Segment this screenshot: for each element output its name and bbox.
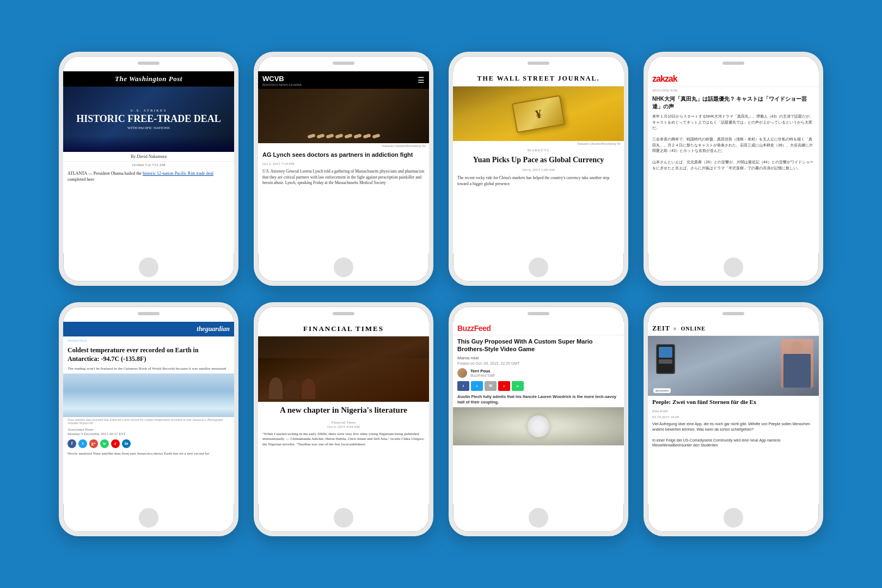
- zeit-body: Viel Aufregung über eine App, die es noc…: [648, 420, 819, 450]
- zak-logo-z2: z: [665, 74, 669, 83]
- phone-screen-wsj: THE WALL STREET JOURNAL. ¥ Tomasito Ghou…: [453, 71, 624, 253]
- pill-7: [363, 133, 371, 138]
- zak-logo-z1: z: [652, 74, 656, 83]
- phone-screen-buzzfeed: BuzzFeed This Guy Proposed With A Custom…: [453, 322, 624, 504]
- phone-screen-zeit: ZEIT ✕ ONLINE: [648, 322, 819, 504]
- phone-screen-zakzak: zakzak 2015/10/02 6:36 NHK大河「真田丸」は話題優先？ …: [648, 71, 819, 253]
- guardian-hero: [63, 373, 234, 417]
- wp-hero-text: U.S. STRIKES HISTORIC FREE-TRADE DEAL WI…: [74, 106, 223, 132]
- guardian-googleplus-icon[interactable]: g+: [89, 439, 98, 448]
- zeit-instagram-handle: @torsinrich: [653, 388, 671, 393]
- phones-grid: The Washington Post U.S. STRIKES HISTORI…: [37, 30, 845, 558]
- wcvb-meta: Oct 2, 2015 7:10 PM: [258, 161, 429, 167]
- zak-logo-k2: k: [673, 74, 677, 83]
- wsj-hero: ¥: [453, 87, 624, 141]
- wsj-yuan-note: ¥: [453, 87, 624, 141]
- zak-logo-red2: a: [669, 74, 673, 83]
- zak-header: zakzak: [648, 71, 819, 87]
- yuan-note: ¥: [512, 95, 565, 133]
- wcvb-photo-credit: Tomasito Ghoumi/Bloomberg Ne: [258, 143, 429, 149]
- guardian-date: Monday 9 December 2013 20:17 EST: [68, 432, 230, 436]
- guardian-footer-text: Newly analysed Nasa satellite data from …: [63, 450, 234, 458]
- phone-screen-ft: FINANCIAL TIMES A new chapter in Nigeria…: [258, 322, 429, 504]
- bf-logo: BuzzFeed: [457, 324, 620, 333]
- wp-link[interactable]: historic 12-nation Pacific Rim trade dea…: [143, 171, 213, 176]
- ft-meta: Financial Times Oct 6, 2015 4:04 AM: [258, 419, 429, 430]
- zeit-date: 02.10.2015 16:09: [648, 414, 819, 420]
- guardian-linkedin-icon[interactable]: in: [122, 439, 131, 448]
- pill-3: [326, 133, 334, 138]
- wcvb-body: U.S. Attorney General Loretta Lynch told…: [258, 167, 429, 188]
- wsj-section: MARKETS: [453, 146, 624, 154]
- zeit-phone-overlay: [656, 344, 675, 374]
- guardian-whatsapp-icon[interactable]: w: [100, 439, 109, 448]
- ft-header: FINANCIAL TIMES: [258, 322, 429, 336]
- ft-hero-figures: [258, 358, 429, 402]
- phone-screen-wp: The Washington Post U.S. STRIKES HISTORI…: [63, 71, 234, 253]
- bf-social: f t ✉ r w: [453, 379, 624, 393]
- zeit-hero: @torsinrich: [648, 336, 819, 396]
- bf-hero-img: [453, 407, 624, 445]
- wsj-body: The recent rocky ride for China's market…: [453, 174, 624, 188]
- wp-logo: The Washington Post: [115, 75, 182, 83]
- wp-header: The Washington Post: [63, 71, 234, 87]
- pill-4: [335, 133, 343, 138]
- guardian-social: f t g+ w r in: [63, 438, 234, 450]
- phone-screen-guardian: theguardian Antarctica Coldest temperatu…: [63, 322, 234, 504]
- pill-6: [353, 133, 362, 138]
- zak-logo-red: a: [656, 74, 660, 83]
- guardian-reddit-icon[interactable]: r: [111, 439, 120, 448]
- phone-zakzak: zakzak 2015/10/02 6:36 NHK大河「真田丸」は話題優先？ …: [644, 52, 823, 286]
- zeit-author: Eike Kühl: [648, 408, 819, 414]
- wcvb-article-title: AG Lynch sees doctors as partners in add…: [258, 149, 429, 161]
- wp-byline: By David Nakamura: [63, 152, 234, 162]
- wcvb-pills: [266, 134, 421, 138]
- phone-guardian: theguardian Antarctica Coldest temperatu…: [59, 302, 238, 536]
- wcvb-menu-icon[interactable]: ☰: [418, 76, 425, 85]
- wsj-logo: THE WALL STREET JOURNAL.: [457, 75, 620, 83]
- phone-wsj: THE WALL STREET JOURNAL. ¥ Tomasito Ghou…: [449, 52, 628, 286]
- pill-2: [316, 133, 324, 138]
- wp-subheadline: WITH PACIFIC NATIONS: [76, 126, 221, 130]
- phone-ft: FINANCIAL TIMES A new chapter in Nigeria…: [254, 302, 433, 536]
- pom-pom: [528, 415, 549, 437]
- phone-washington-post: The Washington Post U.S. STRIKES HISTORI…: [59, 52, 238, 286]
- bf-author-role: BuzzFeed Staff: [470, 373, 494, 377]
- phone-buzzfeed: BuzzFeed This Guy Proposed With A Custom…: [449, 302, 628, 536]
- pill-5: [344, 133, 352, 138]
- ft-date: Oct 6, 2015 4:04 AM: [259, 425, 428, 429]
- bf-twitter-btn[interactable]: t: [471, 381, 483, 391]
- phone-wcvb: WCVB 5 BOSTON'S NEWS LEADER ☰: [254, 52, 433, 286]
- wsj-date: Oct 6, 2015 1:00 AM: [453, 166, 624, 174]
- guardian-facebook-icon[interactable]: f: [68, 439, 76, 448]
- wp-hero: U.S. STRIKES HISTORIC FREE-TRADE DEAL WI…: [63, 87, 234, 152]
- bf-hero: [453, 407, 624, 445]
- zeit-article-title: Peeple: Zwei von fünf Sternen für die Ex: [648, 396, 819, 408]
- bf-facebook-btn[interactable]: f: [457, 381, 469, 391]
- guardian-twitter-icon[interactable]: t: [78, 439, 87, 448]
- zak-body: 来年１月10日からスタートするNHK大河ドラマ「真田丸」。堺雅人（43）の主演で…: [648, 112, 819, 173]
- bf-email-btn[interactable]: ✉: [485, 381, 497, 391]
- bf-whatsapp-btn[interactable]: w: [512, 381, 524, 391]
- wsj-header: THE WALL STREET JOURNAL.: [453, 71, 624, 87]
- zeit-online-label: ONLINE: [681, 326, 705, 332]
- wcvb-logo: WCVB 5 BOSTON'S NEWS LEADER: [262, 74, 302, 87]
- guardian-caption: Nasa satellite data revealed that Earth …: [63, 417, 234, 426]
- bf-title: This Guy Proposed With A Custom Super Ma…: [453, 335, 624, 356]
- guardian-body-text: The reading won't be featured in the Gui…: [63, 365, 234, 373]
- wcvb-channel: 5: [286, 74, 291, 83]
- wcvb-header: WCVB 5 BOSTON'S NEWS LEADER ☰: [258, 71, 429, 89]
- bf-author: Terri Pous BuzzFeed Staff: [453, 366, 624, 379]
- zeit-header: ZEIT ✕ ONLINE: [648, 322, 819, 336]
- wp-body-text: ATLANTA — President Obama hailed the his…: [68, 171, 213, 182]
- zak-title: NHK大河「真田丸」は話題優先？ キャストは「ワイドショー芸達」の声: [648, 94, 819, 112]
- ft-body: "When I started writing in the early 200…: [258, 430, 429, 449]
- ft-logo: FINANCIAL TIMES: [262, 324, 425, 333]
- bf-reddit-btn[interactable]: r: [498, 381, 510, 391]
- guardian-meta: Associated Press Monday 9 December 2013 …: [63, 426, 234, 438]
- zeit-logo: ZEIT ✕ ONLINE: [652, 324, 706, 333]
- zak-date: 2015/10/02 6:36: [648, 87, 819, 94]
- bf-avatar: [457, 368, 467, 378]
- pill-1: [307, 133, 315, 138]
- zeit-brand: ZEIT: [652, 324, 670, 332]
